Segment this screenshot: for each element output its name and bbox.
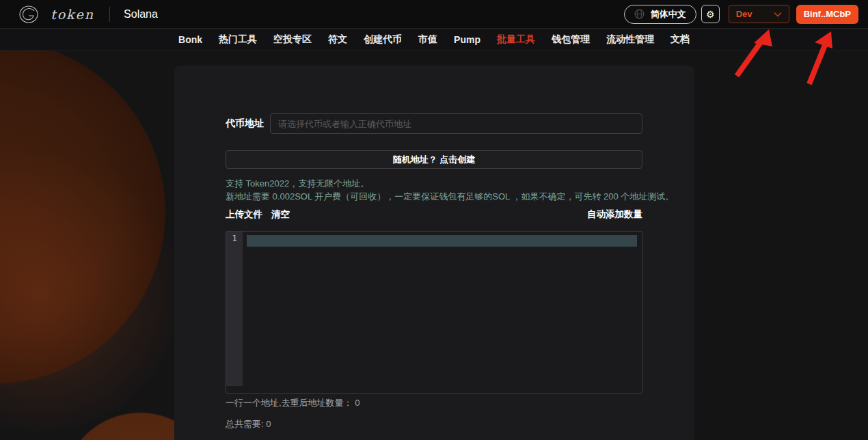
note-line-1: 支持 Token2022，支持无限个地址。 (226, 177, 649, 190)
nav-item-bonk[interactable]: Bonk (178, 34, 202, 45)
info-notes: 支持 Token2022，支持无限个地址。 新地址需要 0.002SOL 开户费… (226, 177, 649, 203)
editor-line-number: 1 (226, 232, 243, 243)
note-line-2: 新地址需要 0.002SOL 开户费（可回收），一定要保证钱包有足够的SOL ，… (226, 190, 649, 203)
nav-item-wallet-mgmt[interactable]: 钱包管理 (552, 33, 590, 46)
nav-item-create-token[interactable]: 创建代币 (364, 33, 402, 46)
upload-file-button[interactable]: 上传文件 (226, 208, 262, 221)
dedupe-count-label: 一行一个地址,去重后地址数量： (226, 398, 353, 408)
editor-gutter: 1 (226, 232, 243, 386)
nav-item-runes[interactable]: 符文 (328, 33, 347, 46)
clear-button[interactable]: 清空 (271, 208, 290, 221)
globe-icon (634, 9, 645, 19)
brand-divider (109, 7, 110, 22)
token-address-row: 代币地址 (226, 113, 642, 134)
token-address-input[interactable] (270, 113, 642, 134)
language-button[interactable]: 简体中文 (624, 5, 696, 24)
env-dropdown[interactable]: Dev (729, 5, 789, 23)
auto-add-amount-button[interactable]: 自动添加数量 (587, 208, 642, 221)
nav-item-pump[interactable]: Pump (454, 34, 480, 45)
total-needed-value: 0 (266, 419, 271, 429)
dedupe-count-value: 0 (355, 398, 360, 408)
brand: token Solana (18, 4, 158, 25)
batch-tool-panel: 代币地址 随机地址？ 点击创建 支持 Token2022，支持无限个地址。 新地… (174, 66, 694, 440)
main-nav: Bonk 热门工具 空投专区 符文 创建代币 市值 Pump 批量工具 钱包管理… (0, 29, 868, 51)
editor-active-line (247, 235, 637, 247)
nav-item-market-cap[interactable]: 市值 (418, 33, 437, 46)
nav-item-liquidity-mgmt[interactable]: 流动性管理 (606, 33, 654, 46)
language-label: 简体中文 (651, 8, 686, 20)
wallet-address-button[interactable]: Binf..MCbP (796, 5, 858, 24)
total-needed-label: 总共需要: (226, 419, 264, 429)
network-name: Solana (124, 8, 158, 20)
gear-icon: ⚙ (706, 9, 715, 20)
editor-toolbar: 上传文件 清空 自动添加数量 (226, 208, 642, 221)
nav-item-hot-tools[interactable]: 热门工具 (219, 33, 257, 46)
nav-item-docs[interactable]: 文档 (670, 33, 690, 46)
total-needed-line: 总共需要: 0 (226, 418, 271, 430)
header-actions: 简体中文 ⚙ Dev Binf..MCbP (624, 5, 858, 24)
settings-button[interactable]: ⚙ (701, 5, 720, 23)
brand-logo-text: token (51, 7, 94, 22)
top-header: token Solana 简体中文 ⚙ Dev Binf..MCbP (0, 0, 868, 29)
nav-item-airdrop[interactable]: 空投专区 (273, 33, 312, 46)
nav-item-batch-tools[interactable]: 批量工具 (497, 33, 535, 46)
env-dropdown-value: Dev (736, 9, 752, 19)
address-list-editor[interactable]: 1 (226, 231, 642, 394)
token-address-label: 代币地址 (226, 118, 264, 130)
random-address-button[interactable]: 随机地址？ 点击创建 (226, 150, 642, 169)
dedupe-count-line: 一行一个地址,去重后地址数量： 0 (226, 397, 360, 409)
chevron-down-icon (774, 12, 782, 17)
brand-logo-icon (18, 4, 41, 25)
